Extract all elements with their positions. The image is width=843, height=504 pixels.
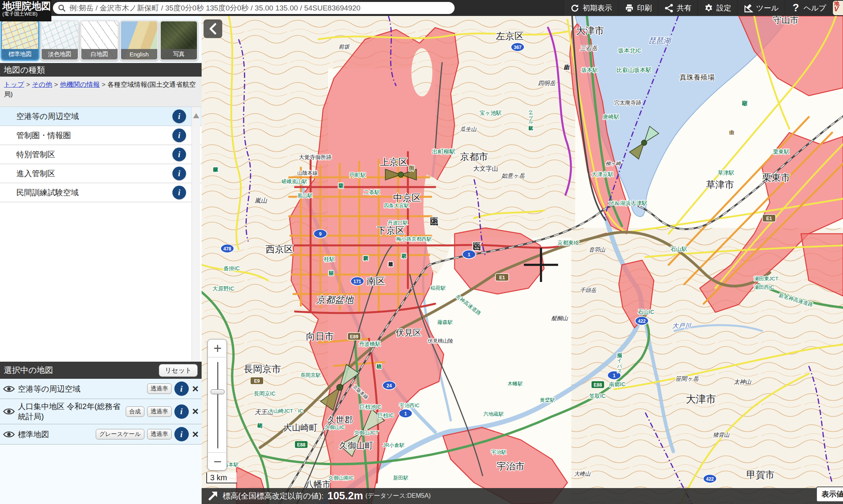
display-value-button[interactable]: 表示値 [816,486,843,502]
route-shield: 367 [511,43,524,51]
map-label: 京都東IC [557,240,579,246]
map-label: 京都市 [460,151,488,162]
elevation-status-bar: 標高(全国標高改定以前の値): 105.2m (データソース:DEM5A) 表示… [202,488,843,504]
map-label: びわ湖浜大津駅 [609,200,647,206]
breadcrumb-link[interactable]: 他機関の情報 [60,81,100,88]
route-shield: E88 [591,381,604,388]
breadcrumb-separator: > [102,81,105,88]
info-icon[interactable]: i [172,110,186,123]
map-viewport[interactable]: 367478917112411422422E9E89E1E1E88E88 大津市… [202,16,843,504]
layer-list-item[interactable]: 民間訓練試験空域i [0,183,202,202]
layer-item-label: 進入管制区 [16,168,55,179]
print-button[interactable]: 印刷 [618,0,658,16]
sidebar-collapse-button[interactable] [204,19,222,38]
layer-option-chip[interactable]: 透過率 [147,383,172,394]
eye-visibility-icon[interactable] [3,430,16,438]
map-label: 音羽山 [589,247,606,253]
breadcrumb-link[interactable]: トップ [4,81,24,88]
map-label: 瓜生山 [460,126,477,132]
svg-text:E88: E88 [594,382,602,388]
layer-list-item[interactable]: 進入管制区i [0,164,202,183]
logo-title: 地理院地図 [2,1,50,11]
map-label: 大山崎町 [283,423,318,432]
zoom-control: + − [207,339,227,471]
close-icon[interactable]: × [192,429,198,440]
map-label: 真珠養殖場 [680,74,715,81]
basemap-tab-標準地図[interactable]: 標準地図 [1,20,39,61]
search-icon [58,4,66,12]
svg-text:9: 9 [319,231,322,237]
map-label: 宇治駅 [491,449,506,455]
zoom-out-button[interactable]: − [208,452,227,470]
settings-button[interactable]: 設定 [697,0,737,16]
basemap-tab-淡色地図[interactable]: 淡色地図 [40,20,79,61]
map-label: 大山崎JCT・IC [269,408,303,414]
eye-visibility-icon[interactable] [3,408,16,415]
map-label: 藤森駅 [437,319,453,325]
route-shield: 9 [314,229,327,238]
selected-layer-label: 標準地図 [18,429,96,439]
tools-button[interactable]: ツール [737,0,785,16]
map-label: 猪背山 [713,432,730,438]
elevation-datasource: (データソース:DEM5A) [365,492,431,500]
search-input[interactable] [69,4,450,12]
layer-option-chip[interactable]: グレースケール [96,429,144,439]
zoom-in-button[interactable]: + [208,340,227,357]
map-label: 比叡山坂本駅 [616,66,652,73]
zoom-slider-track[interactable] [217,362,218,448]
reset-view-button[interactable]: 初期表示 [564,0,618,16]
route-shield: 24 [383,381,396,390]
gsi-vector-badge[interactable]: 地 V [833,1,843,15]
svg-text:422: 422 [638,318,646,324]
eye-visibility-icon[interactable] [3,385,16,393]
info-icon[interactable]: i [172,129,186,142]
map-label: 沓掛IC [223,265,240,271]
info-icon[interactable]: i [174,404,189,419]
info-icon[interactable]: i [172,148,186,161]
map-types-title: 地図の種類 [4,65,45,75]
close-icon[interactable]: × [192,383,198,394]
map-label: 唐崎駅 [603,114,619,120]
close-icon[interactable]: × [192,406,198,417]
selected-layer-row: 人口集中地区 令和2年(総務省統計局)合成透過率i× [0,399,202,424]
breadcrumb-link[interactable]: その他 [32,81,52,88]
map-label: 出町柳駅 [432,148,455,155]
map-label: 守山市 [773,16,799,25]
zoom-slider-handle[interactable] [211,389,225,394]
basemap-tab-English[interactable]: English [120,20,158,61]
help-button[interactable]: ?ヘルプ [785,0,832,16]
layer-list-item[interactable]: 特別管制区i [0,145,202,164]
map-label: 三石岳 [580,45,598,51]
map-label: 二条駅 [364,189,380,195]
app-logo[interactable]: 地理院地図 (電子国土WEB) [0,0,51,21]
svg-text:E88: E88 [297,442,306,448]
list-scrollbar[interactable] [191,107,200,371]
selected-layer-rows: 空港等の周辺空域透過率i×人口集中地区 令和2年(総務省統計局)合成透過率i×標… [0,379,202,444]
layer-option-chip[interactable]: 透過率 [147,429,172,439]
map-label: 醍醐山 [551,315,568,321]
basemap-tab-白地図[interactable]: 白地図 [80,20,119,61]
basemap-tab-写真[interactable]: 写真 [160,20,198,61]
selected-maps-header: 選択中の地図 リセット [0,362,202,379]
map-label: 宇治西IC [399,402,420,408]
info-icon[interactable]: i [174,427,189,441]
svg-text:1: 1 [468,252,471,257]
map-label: 円町駅 [349,172,366,178]
info-icon[interactable]: i [172,167,186,180]
layer-list-item[interactable]: 空港等の周辺空域i [0,107,202,126]
selected-layer-row: 空港等の周辺空域透過率i× [0,379,202,399]
chevron-left-icon [209,23,217,35]
info-icon[interactable]: i [172,186,186,200]
gsi-maps-app: 地理院地図 (電子国土WEB) 初期表示印刷共有設定ツール?ヘルプ 地 V 標準… [0,0,843,504]
basemap-thumbnails: 標準地図淡色地図白地図English写真 [0,20,202,61]
map-label: 草津市 [706,179,734,190]
layer-item-label: 管制圏・情報圏 [16,130,71,141]
layer-list-item[interactable]: 管制圏・情報圏i [0,126,202,145]
layer-option-chip[interactable]: 透過率 [147,406,172,417]
reset-button[interactable]: リセット [159,364,198,377]
share-button[interactable]: 共有 [658,0,697,16]
svg-text:E9: E9 [254,378,260,384]
layer-option-chip[interactable]: 合成 [126,406,144,417]
info-icon[interactable]: i [174,382,189,396]
scroll-up-icon[interactable] [193,113,199,118]
